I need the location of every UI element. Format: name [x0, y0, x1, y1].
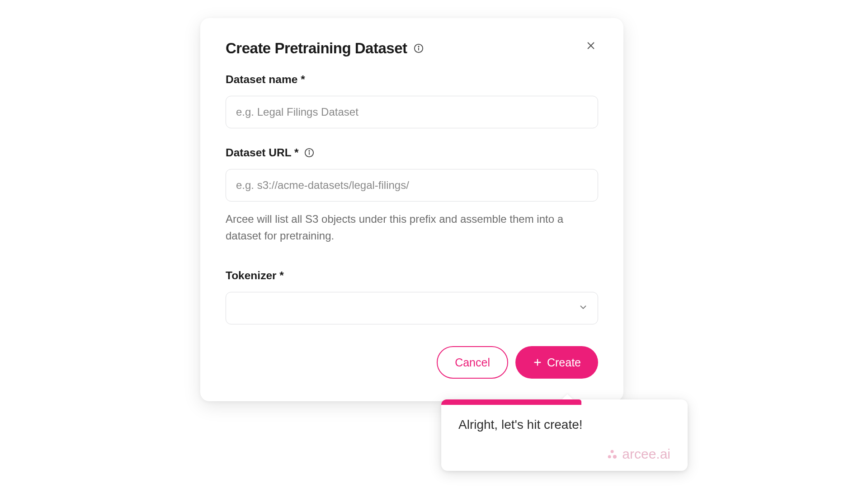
modal-header: Create Pretraining Dataset — [226, 40, 598, 57]
svg-point-11 — [613, 455, 617, 459]
plus-icon — [533, 357, 542, 367]
arcee-logo-icon — [606, 448, 618, 460]
info-icon[interactable] — [413, 43, 424, 54]
dataset-name-label: Dataset name * — [226, 73, 598, 86]
svg-point-10 — [608, 455, 611, 458]
form-group-name: Dataset name * — [226, 73, 598, 128]
create-button-label: Create — [547, 356, 581, 369]
cancel-button[interactable]: Cancel — [437, 346, 508, 379]
info-icon[interactable] — [304, 148, 314, 158]
tokenizer-select[interactable] — [226, 292, 598, 324]
tooltip-text: Alright, let's hit create! — [458, 418, 670, 432]
form-group-url: Dataset URL * Arcee will list all S3 obj… — [226, 146, 598, 244]
create-button[interactable]: Create — [515, 346, 598, 379]
tokenizer-select-wrapper — [226, 292, 598, 324]
tokenizer-label: Tokenizer * — [226, 269, 598, 282]
button-row: Cancel Create — [226, 346, 598, 379]
svg-point-12 — [611, 450, 614, 453]
tooltip-brand: arcee.ai — [458, 446, 670, 462]
tooltip-progress-bar — [441, 399, 581, 405]
dataset-url-label: Dataset URL * — [226, 146, 598, 159]
brand-text: arcee.ai — [622, 446, 670, 462]
svg-point-2 — [419, 46, 419, 47]
svg-point-7 — [309, 150, 309, 151]
form-group-tokenizer: Tokenizer * — [226, 269, 598, 324]
create-dataset-modal: Create Pretraining Dataset Dataset name … — [200, 18, 623, 401]
title-wrap: Create Pretraining Dataset — [226, 40, 424, 57]
dataset-name-input[interactable] — [226, 96, 598, 128]
modal-title: Create Pretraining Dataset — [226, 40, 407, 57]
dataset-url-input[interactable] — [226, 169, 598, 202]
guide-tooltip: Alright, let's hit create! arcee.ai — [441, 399, 688, 471]
dataset-url-help: Arcee will list all S3 objects under thi… — [226, 211, 598, 244]
dataset-url-label-text: Dataset URL * — [226, 146, 299, 159]
close-button[interactable] — [584, 38, 598, 53]
